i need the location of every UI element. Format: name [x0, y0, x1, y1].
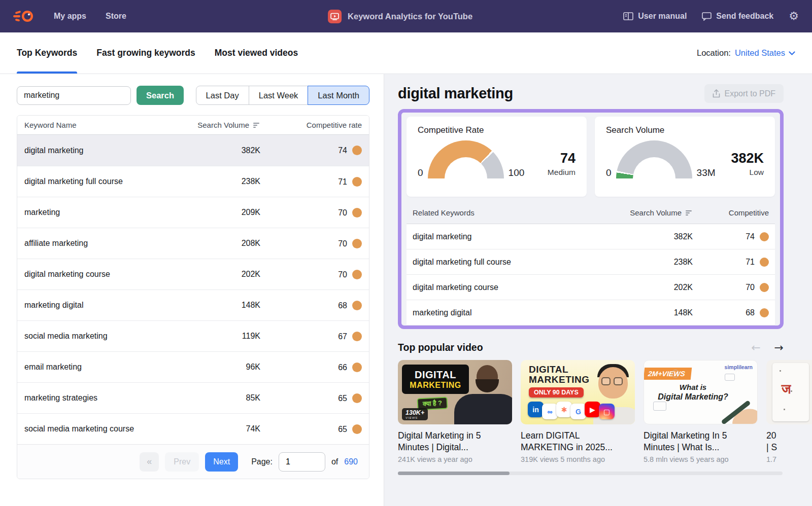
search-volume-gauge [616, 140, 692, 179]
search-volume-value: 85K [179, 393, 260, 403]
keyword-name: marketing [24, 208, 179, 217]
settings-gear-icon[interactable]: ⚙ [789, 11, 799, 22]
competitive-rate-value: 70 [693, 283, 769, 292]
gauge-value: 382K [731, 151, 764, 166]
time-range-segmented-control: Last DayLast WeekLast Month [196, 86, 369, 105]
competitive-rate-value: 70 [260, 239, 362, 248]
time-filter-last-day[interactable]: Last Day [196, 86, 249, 105]
tab-most-viewed-videos[interactable]: Most viewed videos [215, 32, 298, 74]
scrollbar-thumb[interactable] [398, 472, 510, 475]
carousel-left-arrow-icon[interactable]: ← [751, 341, 760, 354]
top-navbar: My apps Store Keyword Analytics for YouT… [0, 0, 812, 32]
search-input[interactable] [17, 86, 131, 105]
page-of-label: of [331, 457, 338, 466]
search-volume-value: 148K [179, 301, 260, 310]
prev-page-button[interactable]: Prev [165, 452, 199, 472]
video-card[interactable]: 2M+VIEWS simplilearn What isDigital Mark… [644, 360, 758, 463]
keyword-name: digital marketing [24, 146, 179, 155]
sort-icon [253, 122, 260, 128]
video-card[interactable]: DIGITALMARKETING क्या है ? 130K+VIEWS Di… [398, 360, 512, 463]
video-meta: 5.8 mln views 5 years ago [644, 455, 758, 463]
social-icon: in [528, 402, 544, 417]
search-volume-value: 202K [179, 270, 260, 279]
app-video-icon [328, 10, 342, 23]
carousel-right-arrow-icon[interactable]: → [774, 341, 784, 354]
next-page-button[interactable]: Next [205, 452, 238, 472]
chat-bubble-icon [702, 12, 712, 21]
table-row[interactable]: social media marketing course74K65 [17, 413, 369, 444]
search-volume-card: Search Volume 0 33M 382K Low [595, 117, 775, 197]
video-card[interactable]: DIGITALMARKETING ONLY 90 DAYS in∞✱G▶▢ Le… [521, 360, 635, 463]
competitive-rate-value: 74 [260, 146, 362, 155]
chevron-down-icon [789, 51, 795, 55]
video-thumbnail: 2M+VIEWS simplilearn What isDigital Mark… [644, 360, 758, 424]
search-volume-value: 209K [179, 208, 260, 217]
table-row[interactable]: digital marketing382K74 [17, 135, 369, 166]
table-row[interactable]: marketing209K70 [17, 197, 369, 228]
tab-fast-growing-keywords[interactable]: Fast growing keywords [96, 32, 195, 74]
keyword-name: digital marketing course [24, 270, 179, 279]
competitive-rate-value: 74 [693, 232, 769, 241]
table-row[interactable]: digital marketing full course238K71 [17, 166, 369, 197]
related-keyword-row[interactable]: digital marketing course202K70 [407, 275, 775, 300]
table-row[interactable]: marketing strategies85K65 [17, 382, 369, 413]
header-search-volume[interactable]: Search Volume [179, 121, 260, 129]
competitive-rate-dot [760, 258, 769, 267]
video-thumbnail: DIGITALMARKETING क्या है ? 130K+VIEWS [398, 360, 512, 424]
export-pdf-button[interactable]: Export to PDF [704, 84, 784, 103]
tab-top-keywords[interactable]: Top Keywords [17, 32, 77, 74]
competitive-rate-dot [352, 146, 362, 155]
video-card[interactable]: ज 20| S1.7 [766, 360, 812, 463]
first-page-button[interactable]: « [140, 452, 159, 472]
keyword-overview-box: Competitive Rate 0 100 74 Medium [398, 109, 784, 329]
table-row[interactable]: social media marketing119K67 [17, 320, 369, 351]
video-title: 20| S [766, 430, 812, 453]
competitive-rate-value: 68 [260, 301, 362, 310]
competitive-rate-dot [352, 393, 362, 403]
competitive-rate-value: 65 [260, 393, 362, 403]
video-thumbnail: DIGITALMARKETING ONLY 90 DAYS in∞✱G▶▢ [521, 360, 635, 424]
nav-store[interactable]: Store [106, 12, 126, 21]
page-number-input[interactable] [279, 452, 325, 472]
time-filter-last-week[interactable]: Last Week [249, 86, 309, 105]
keyword-name: affiliate marketing [24, 239, 179, 248]
table-row[interactable]: digital marketing course202K70 [17, 259, 369, 290]
header-related-volume[interactable]: Search Volume [591, 208, 693, 217]
gauge-max: 33M [697, 167, 716, 178]
nav-my-apps[interactable]: My apps [54, 12, 86, 21]
horizontal-scrollbar [398, 472, 783, 475]
competitive-rate-dot [352, 239, 362, 248]
competitive-rate-value: 70 [260, 270, 362, 279]
video-meta: 241K views a year ago [398, 455, 512, 463]
competitive-rate-value: 68 [693, 308, 769, 317]
gauge-title: Competitive Rate [418, 125, 576, 135]
competitive-rate-value: 66 [260, 363, 362, 372]
user-manual-button[interactable]: User manual [623, 12, 687, 21]
related-keyword-row[interactable]: digital marketing382K74 [407, 224, 775, 249]
competitive-rate-value: 71 [693, 258, 769, 267]
related-keyword-row[interactable]: digital marketing full course238K71 [407, 249, 775, 275]
semrush-logo-icon[interactable] [13, 9, 35, 24]
competitive-rate-value: 65 [260, 424, 362, 434]
competitive-rate-dot [760, 232, 769, 241]
gauge-level: Medium [548, 168, 576, 177]
video-title: Digital Marketing in 5Minutes | Digital.… [398, 430, 512, 453]
send-feedback-button[interactable]: Send feedback [702, 12, 773, 21]
keywords-panel: Search Last DayLast WeekLast Month Keywo… [0, 74, 384, 506]
table-row[interactable]: marketing digital148K68 [17, 290, 369, 320]
search-volume-value: 238K [179, 177, 260, 186]
related-keyword-row[interactable]: marketing digital148K68 [407, 300, 775, 326]
location-selector[interactable]: United States [735, 48, 795, 58]
video-title: Digital Marketing In 5Minutes | What Is.… [644, 430, 758, 453]
keyword-name: social media marketing [24, 332, 179, 341]
time-filter-last-month[interactable]: Last Month [308, 86, 369, 105]
social-icon: ✱ [556, 402, 572, 417]
gauge-max: 100 [509, 167, 525, 178]
search-volume-value: 74K [179, 424, 260, 433]
search-button[interactable]: Search [137, 86, 184, 105]
gauge-min: 0 [418, 167, 423, 178]
table-row[interactable]: email marketing96K66 [17, 351, 369, 382]
competitive-rate-dot [352, 177, 362, 187]
keyword-name: digital marketing full course [413, 258, 591, 267]
table-row[interactable]: affiliate marketing208K70 [17, 228, 369, 259]
